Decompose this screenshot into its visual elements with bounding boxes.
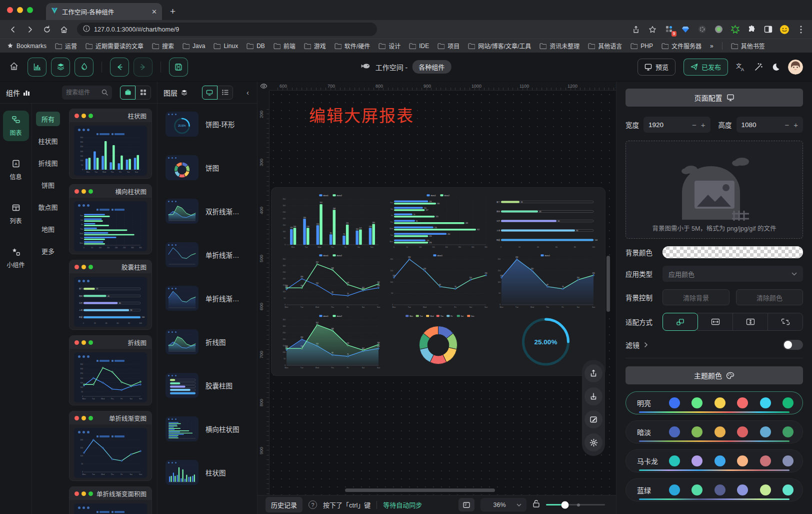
layer-item[interactable]: 柱状图 [166, 460, 257, 485]
dark-mode-icon[interactable] [771, 63, 780, 72]
chart-tile-bar[interactable]: data1data2050100150200250300350120200150… [278, 193, 383, 250]
fit-height-button[interactable] [732, 313, 768, 331]
bookmark-item[interactable]: Java [182, 42, 205, 50]
user-avatar[interactable] [788, 60, 803, 75]
theme-row-马卡龙[interactable]: 马卡龙 [626, 449, 803, 472]
bookmarks-overflow-chevron[interactable]: » [710, 43, 714, 50]
collapse-panel-icon[interactable]: ‹ [246, 88, 251, 97]
component-search[interactable] [62, 86, 112, 100]
layer-item[interactable]: 25.00% 饼图-环形 [166, 112, 257, 137]
color-swatch[interactable] [737, 426, 748, 437]
component-card[interactable]: 单折线渐变图 050100150200MonTueWedThuFriSatSun [69, 411, 152, 481]
color-swatch[interactable] [782, 426, 794, 437]
browser-tab[interactable]: 工作空间-各种组件 ✕ [46, 3, 162, 20]
edit-button[interactable] [584, 410, 602, 428]
list-view-button[interactable] [218, 86, 233, 100]
dashboard-preview[interactable]: data1data2050100150200250300350120200150… [272, 188, 605, 375]
help-icon[interactable]: ? [308, 500, 317, 509]
detail-panel-toggle[interactable] [458, 498, 474, 511]
rail-item-图表[interactable]: 图表 [3, 111, 29, 141]
extension-star-icon[interactable] [730, 25, 740, 35]
layer-item[interactable]: 胶囊柱图 [166, 373, 257, 398]
fit-width-button[interactable] [698, 313, 733, 331]
color-swatch[interactable] [714, 426, 726, 437]
color-swatch[interactable] [782, 397, 794, 408]
reload-button[interactable] [40, 23, 54, 37]
color-swatch[interactable] [737, 484, 748, 495]
bookmark-item[interactable]: 文件服务器 [662, 42, 702, 50]
search-input[interactable] [66, 89, 99, 96]
redo-button[interactable] [134, 58, 152, 77]
bookmarks-root-item[interactable]: Bookmarks [7, 43, 46, 50]
home-button[interactable] [57, 23, 71, 37]
bookmark-item[interactable]: 近期需要读的文章 [86, 42, 144, 50]
layers-panel-toggle-button[interactable] [51, 58, 70, 77]
thumbnail-view-button[interactable] [202, 86, 218, 100]
filter-toggle[interactable] [783, 340, 803, 350]
layer-item[interactable]: 单折线渐… [166, 286, 257, 311]
chart-tile-horizontal-bar[interactable]: data1data2050100150200250300350130160Sun… [386, 193, 490, 250]
bookmark-star-icon[interactable] [648, 25, 658, 35]
category-柱状图[interactable]: 柱状图 [32, 134, 63, 148]
zoom-slider[interactable] [546, 504, 605, 505]
bookmark-item[interactable]: DB [246, 42, 265, 50]
category-地图[interactable]: 地图 [36, 222, 60, 236]
theme-row-暗淡[interactable]: 暗淡 [626, 420, 803, 443]
color-swatch[interactable] [737, 397, 748, 408]
height-input[interactable]: 1080−+ [736, 117, 804, 133]
bookmark-item[interactable]: 软件/硬件 [334, 42, 370, 50]
category-饼图[interactable]: 饼图 [36, 178, 60, 192]
color-swatch[interactable] [782, 484, 794, 495]
bookmark-item[interactable]: 运营 [55, 42, 77, 50]
color-swatch[interactable] [692, 426, 702, 437]
chart-tile-capsule[interactable]: 厦门20南阳40北京60上海80新疆100020406080100 [494, 193, 598, 250]
bookmark-item[interactable]: 其他语言 [588, 42, 622, 50]
rail-item-小组件[interactable]: 小组件 [3, 243, 29, 273]
save-button[interactable] [169, 58, 188, 77]
lock-icon[interactable] [532, 499, 540, 510]
details-panel-toggle-button[interactable] [74, 58, 94, 77]
new-tab-button[interactable]: + [170, 6, 176, 17]
color-swatch[interactable] [782, 455, 794, 466]
bookmark-item[interactable]: 网站/博客/文章/工具 [468, 42, 531, 50]
bookmark-item[interactable]: 前端 [274, 42, 296, 50]
background-upload-dropzone[interactable]: 背景图需小于 5M，格式为 png/jpg/gif 的文件 [626, 141, 803, 239]
extension-dark-circle-icon[interactable] [697, 25, 707, 35]
chart-tile-donut[interactable]: MonTueWedThuFriSatSun [386, 313, 490, 370]
editor-canvas[interactable]: 6007008009001000110012001300 20030040050… [258, 82, 616, 514]
profile-avatar[interactable] [780, 25, 790, 35]
app-home-icon[interactable] [9, 61, 19, 73]
layer-item[interactable]: 折线图 [166, 329, 257, 354]
bookmark-item[interactable]: Linux [214, 42, 238, 50]
project-badge[interactable]: 各种组件 [412, 60, 451, 74]
horizontal-scrollbar[interactable] [345, 488, 495, 492]
close-window-button[interactable] [7, 7, 13, 13]
component-card[interactable]: 折线图 050100150200250300350MonTueWedThuFri… [69, 335, 152, 405]
category-更多[interactable]: 更多 [36, 244, 60, 258]
component-card[interactable]: 横向柱状图 050100150200250300350SunSatFriThuW… [69, 184, 152, 254]
bookmark-item[interactable]: 搜索 [152, 42, 174, 50]
undo-button[interactable] [110, 58, 129, 77]
color-swatch[interactable] [692, 455, 702, 466]
component-card[interactable]: 柱状图 050100150200250300350MonTueWedThuFri… [69, 109, 152, 179]
background-color-swatch[interactable] [662, 246, 803, 258]
color-swatch[interactable] [714, 455, 726, 466]
fit-stretch-button[interactable] [768, 313, 803, 331]
width-input[interactable]: 1920−+ [644, 117, 710, 133]
decrement-icon[interactable]: − [692, 121, 696, 129]
single-column-view-button[interactable] [120, 86, 136, 100]
back-button[interactable] [6, 23, 20, 37]
decrement-icon[interactable]: − [784, 121, 789, 129]
color-swatch[interactable] [692, 484, 702, 495]
clear-background-button[interactable]: 清除背景 [662, 289, 730, 305]
magic-wand-icon[interactable] [754, 63, 763, 72]
bookmark-item[interactable]: 设计 [378, 42, 400, 50]
info-icon[interactable] [83, 25, 90, 34]
canvas-text-widget[interactable]: 编辑大屏报表 [309, 103, 414, 127]
ruler-corner[interactable] [258, 82, 270, 91]
layer-item[interactable]: 饼图 [166, 155, 257, 180]
layer-item[interactable]: 横向柱状图 [166, 416, 257, 441]
color-swatch[interactable] [669, 397, 680, 408]
color-swatch[interactable] [669, 484, 680, 495]
bookmark-item[interactable]: 资讯未整理 [540, 42, 580, 50]
